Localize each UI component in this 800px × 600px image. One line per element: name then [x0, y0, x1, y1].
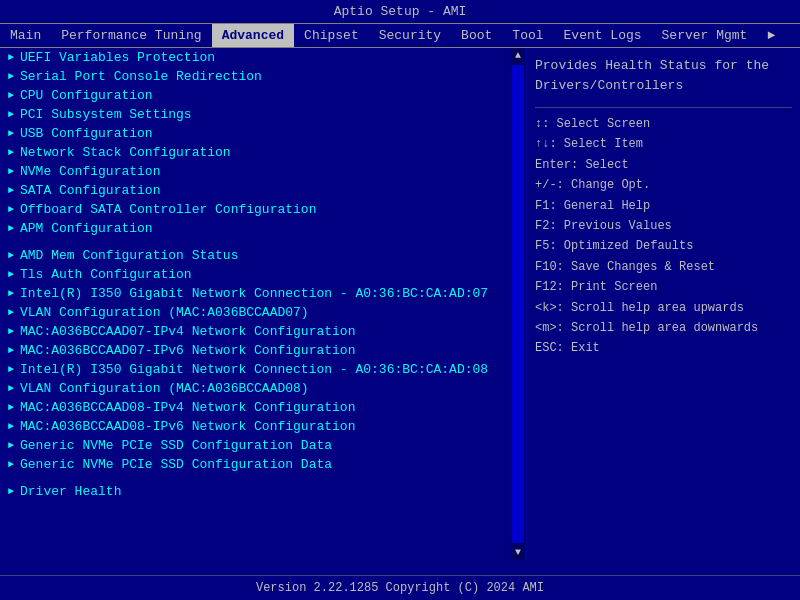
menu-item[interactable]: ►Offboard SATA Controller Configuration: [0, 200, 525, 219]
scrollbar[interactable]: ▲ ▼: [511, 48, 525, 560]
menu-item[interactable]: ►AMD Mem Configuration Status: [0, 246, 525, 265]
menu-item-label: Intel(R) I350 Gigabit Network Connection…: [20, 362, 488, 377]
right-panel: Provides Health Status for the Drivers/C…: [527, 48, 800, 560]
key-help-item: F1: General Help: [535, 196, 792, 216]
menu-spacer: [0, 238, 525, 246]
menu-item[interactable]: ►MAC:A036BCCAAD08-IPv6 Network Configura…: [0, 417, 525, 436]
nav-bar: MainPerformance TuningAdvancedChipsetSec…: [0, 23, 800, 48]
key-help-item: ↑↓: Select Item: [535, 134, 792, 154]
menu-item-label: CPU Configuration: [20, 88, 153, 103]
menu-item[interactable]: ►MAC:A036BCCAAD07-IPv6 Network Configura…: [0, 341, 525, 360]
menu-item-arrow: ►: [8, 128, 14, 139]
menu-item[interactable]: ►Network Stack Configuration: [0, 143, 525, 162]
menu-item[interactable]: ►APM Configuration: [0, 219, 525, 238]
menu-item-label: VLAN Configuration (MAC:A036BCCAAD07): [20, 305, 309, 320]
bottom-bar: Version 2.22.1285 Copyright (C) 2024 AMI: [0, 575, 800, 600]
menu-item[interactable]: ►Driver Health: [0, 482, 525, 501]
menu-item-arrow: ►: [8, 326, 14, 337]
menu-item-label: AMD Mem Configuration Status: [20, 248, 238, 263]
menu-item-arrow: ►: [8, 440, 14, 451]
menu-item-label: MAC:A036BCCAAD07-IPv4 Network Configurat…: [20, 324, 355, 339]
key-help-item: ESC: Exit: [535, 338, 792, 358]
menu-item-arrow: ►: [8, 383, 14, 394]
menu-item[interactable]: ►Tls Auth Configuration: [0, 265, 525, 284]
key-help-item: Enter: Select: [535, 155, 792, 175]
key-help-item: <k>: Scroll help area upwards: [535, 298, 792, 318]
menu-item[interactable]: ►VLAN Configuration (MAC:A036BCCAAD07): [0, 303, 525, 322]
menu-list: ►UEFI Variables Protection►Serial Port C…: [0, 48, 525, 501]
menu-item-label: Network Stack Configuration: [20, 145, 231, 160]
menu-item-label: Generic NVMe PCIe SSD Configuration Data: [20, 438, 332, 453]
menu-item-label: MAC:A036BCCAAD08-IPv6 Network Configurat…: [20, 419, 355, 434]
key-help-item: F5: Optimized Defaults: [535, 236, 792, 256]
menu-spacer: [0, 474, 525, 482]
nav-item-event-logs[interactable]: Event Logs: [554, 24, 652, 47]
key-help-item: ↕: Select Screen: [535, 114, 792, 134]
help-description: Provides Health Status for the Drivers/C…: [535, 56, 792, 95]
scroll-thumb[interactable]: [512, 65, 524, 543]
menu-item-label: NVMe Configuration: [20, 164, 160, 179]
nav-item-tool[interactable]: Tool: [502, 24, 553, 47]
menu-item-label: PCI Subsystem Settings: [20, 107, 192, 122]
menu-item-label: Generic NVMe PCIe SSD Configuration Data: [20, 457, 332, 472]
nav-item-boot[interactable]: Boot: [451, 24, 502, 47]
menu-item-label: MAC:A036BCCAAD07-IPv6 Network Configurat…: [20, 343, 355, 358]
menu-item-label: Tls Auth Configuration: [20, 267, 192, 282]
menu-item-arrow: ►: [8, 269, 14, 280]
menu-item[interactable]: ►Generic NVMe PCIe SSD Configuration Dat…: [0, 455, 525, 474]
menu-item-arrow: ►: [8, 250, 14, 261]
menu-item-arrow: ►: [8, 166, 14, 177]
menu-item-arrow: ►: [8, 288, 14, 299]
nav-item-chipset[interactable]: Chipset: [294, 24, 369, 47]
menu-item[interactable]: ►MAC:A036BCCAAD07-IPv4 Network Configura…: [0, 322, 525, 341]
menu-item-arrow: ►: [8, 486, 14, 497]
menu-item-arrow: ►: [8, 364, 14, 375]
title-bar: Aptio Setup - AMI: [0, 0, 800, 23]
menu-item-arrow: ►: [8, 204, 14, 215]
key-help-item: F12: Print Screen: [535, 277, 792, 297]
menu-item[interactable]: ►Intel(R) I350 Gigabit Network Connectio…: [0, 360, 525, 379]
key-help-item: F2: Previous Values: [535, 216, 792, 236]
menu-item[interactable]: ►USB Configuration: [0, 124, 525, 143]
nav-item-advanced[interactable]: Advanced: [212, 24, 294, 47]
menu-item[interactable]: ►Intel(R) I350 Gigabit Network Connectio…: [0, 284, 525, 303]
nav-item-server-mgmt[interactable]: Server Mgmt: [652, 24, 758, 47]
scroll-up-arrow[interactable]: ▲: [513, 48, 523, 63]
nav-item-performance-tuning[interactable]: Performance Tuning: [51, 24, 211, 47]
menu-item-label: SATA Configuration: [20, 183, 160, 198]
menu-item-arrow: ►: [8, 223, 14, 234]
menu-item[interactable]: ►VLAN Configuration (MAC:A036BCCAAD08): [0, 379, 525, 398]
menu-item-label: MAC:A036BCCAAD08-IPv4 Network Configurat…: [20, 400, 355, 415]
menu-item-arrow: ►: [8, 185, 14, 196]
menu-item-arrow: ►: [8, 402, 14, 413]
menu-item-label: UEFI Variables Protection: [20, 50, 215, 65]
menu-item-arrow: ►: [8, 109, 14, 120]
menu-item[interactable]: ►Serial Port Console Redirection: [0, 67, 525, 86]
menu-item-arrow: ►: [8, 459, 14, 470]
menu-item[interactable]: ►Generic NVMe PCIe SSD Configuration Dat…: [0, 436, 525, 455]
menu-item-arrow: ►: [8, 421, 14, 432]
menu-item-label: Serial Port Console Redirection: [20, 69, 262, 84]
menu-item[interactable]: ►PCI Subsystem Settings: [0, 105, 525, 124]
menu-item[interactable]: ►UEFI Variables Protection: [0, 48, 525, 67]
menu-item[interactable]: ►NVMe Configuration: [0, 162, 525, 181]
menu-item-label: APM Configuration: [20, 221, 153, 236]
menu-item-arrow: ►: [8, 52, 14, 63]
nav-item-security[interactable]: Security: [369, 24, 451, 47]
main-content: ►UEFI Variables Protection►Serial Port C…: [0, 48, 800, 560]
nav-item-►[interactable]: ►: [757, 24, 785, 47]
nav-item-main[interactable]: Main: [0, 24, 51, 47]
menu-item-arrow: ►: [8, 147, 14, 158]
menu-item-arrow: ►: [8, 90, 14, 101]
app-title: Aptio Setup - AMI: [334, 4, 467, 19]
menu-item[interactable]: ►CPU Configuration: [0, 86, 525, 105]
left-panel: ►UEFI Variables Protection►Serial Port C…: [0, 48, 527, 560]
menu-item-label: VLAN Configuration (MAC:A036BCCAAD08): [20, 381, 309, 396]
menu-item[interactable]: ►MAC:A036BCCAAD08-IPv4 Network Configura…: [0, 398, 525, 417]
key-help-item: <m>: Scroll help area downwards: [535, 318, 792, 338]
menu-item-label: Driver Health: [20, 484, 121, 499]
menu-item[interactable]: ►SATA Configuration: [0, 181, 525, 200]
menu-item-arrow: ►: [8, 345, 14, 356]
scroll-down-arrow[interactable]: ▼: [513, 545, 523, 560]
menu-item-label: Offboard SATA Controller Configuration: [20, 202, 316, 217]
